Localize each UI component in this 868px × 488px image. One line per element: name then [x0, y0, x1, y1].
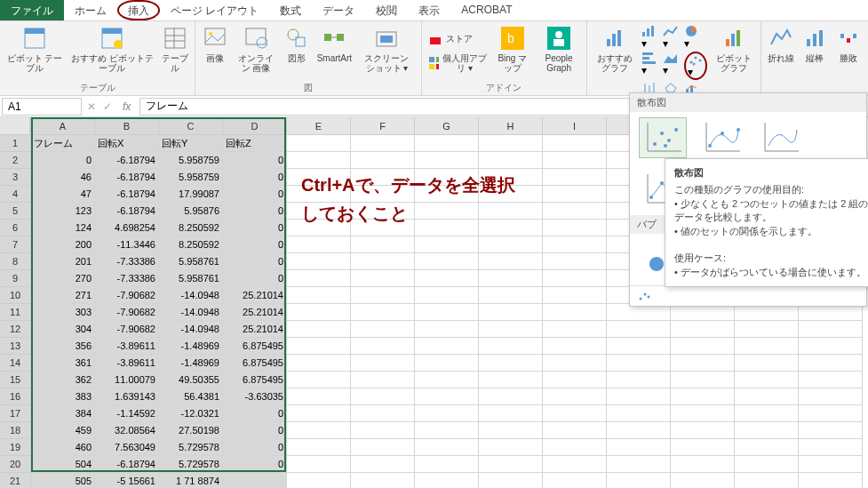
cell[interactable]: [735, 338, 799, 355]
cell[interactable]: 304: [31, 321, 95, 338]
row-header[interactable]: 2: [0, 152, 30, 169]
cell[interactable]: [415, 287, 479, 304]
cell[interactable]: [479, 355, 543, 372]
cell[interactable]: 5.958759: [159, 152, 223, 169]
cell[interactable]: 505: [31, 473, 95, 488]
cell[interactable]: [671, 388, 735, 405]
cell[interactable]: -14.0948: [159, 321, 223, 338]
cell[interactable]: [415, 253, 479, 270]
name-box[interactable]: [2, 98, 82, 116]
cell[interactable]: 200: [31, 236, 95, 253]
chart-area-icon[interactable]: ▾: [663, 52, 679, 80]
cell[interactable]: [799, 355, 863, 372]
cell[interactable]: [543, 405, 607, 422]
fx-cancel-icon[interactable]: ✕: [84, 100, 100, 113]
cell[interactable]: 459: [31, 422, 95, 439]
cell[interactable]: 0: [223, 152, 287, 169]
cell[interactable]: [287, 473, 351, 488]
cell[interactable]: [415, 236, 479, 253]
cell[interactable]: [351, 338, 415, 355]
cell[interactable]: [351, 135, 415, 152]
cell[interactable]: [543, 169, 607, 186]
cell[interactable]: [287, 388, 351, 405]
cell[interactable]: [479, 338, 543, 355]
cell[interactable]: [607, 355, 671, 372]
cell[interactable]: [479, 405, 543, 422]
cell[interactable]: [351, 439, 415, 456]
cell[interactable]: 124: [31, 220, 95, 236]
cell[interactable]: -11.3446: [95, 236, 159, 253]
cell[interactable]: [799, 473, 863, 488]
cell[interactable]: -7.33386: [95, 270, 159, 287]
tab-pagelayout[interactable]: ページ レイアウト: [160, 0, 269, 20]
cell[interactable]: [287, 253, 351, 270]
scatter-smooth-lines-option[interactable]: [756, 117, 804, 158]
btn-image[interactable]: 画像: [199, 23, 231, 81]
cell[interactable]: [799, 405, 863, 422]
cell[interactable]: [287, 456, 351, 473]
cell[interactable]: [479, 456, 543, 473]
cell[interactable]: [479, 372, 543, 388]
cell[interactable]: [607, 439, 671, 456]
tab-formulas[interactable]: 数式: [269, 0, 312, 20]
cell[interactable]: [543, 203, 607, 220]
cell[interactable]: [351, 388, 415, 405]
cell[interactable]: 362: [31, 372, 95, 388]
cell[interactable]: 0: [223, 270, 287, 287]
cell[interactable]: [415, 372, 479, 388]
cell[interactable]: [543, 355, 607, 372]
cell[interactable]: [415, 338, 479, 355]
chart-hbar-icon[interactable]: ▾: [641, 52, 657, 80]
cell[interactable]: [607, 338, 671, 355]
cell[interactable]: -14.0948: [159, 287, 223, 304]
cell[interactable]: [671, 338, 735, 355]
cell[interactable]: [287, 372, 351, 388]
cell[interactable]: [351, 422, 415, 439]
cell[interactable]: [287, 439, 351, 456]
btn-rec-pivottable[interactable]: おすすめ ピボットテーブル: [68, 23, 157, 81]
cell[interactable]: [415, 439, 479, 456]
cell[interactable]: 6.875495: [223, 338, 287, 355]
cell[interactable]: -3.63035: [223, 388, 287, 405]
cell[interactable]: 0: [223, 439, 287, 456]
cell[interactable]: 6.875495: [223, 372, 287, 388]
cell[interactable]: [223, 473, 287, 488]
cell[interactable]: [607, 473, 671, 488]
cell[interactable]: [479, 152, 543, 169]
cell[interactable]: -1.48969: [159, 338, 223, 355]
row-header[interactable]: 8: [0, 253, 30, 270]
cell[interactable]: [671, 422, 735, 439]
row-header[interactable]: 5: [0, 203, 30, 220]
cell[interactable]: [671, 473, 735, 488]
cell[interactable]: 4.698254: [95, 220, 159, 236]
cell[interactable]: [543, 338, 607, 355]
cell[interactable]: [287, 270, 351, 287]
col-header-D[interactable]: D: [223, 117, 287, 135]
cell[interactable]: [543, 270, 607, 287]
cell[interactable]: [607, 388, 671, 405]
tab-insert[interactable]: 挿入: [117, 0, 160, 20]
cell[interactable]: 0: [31, 152, 95, 169]
btn-online-image[interactable]: オンライン 画像: [233, 23, 278, 81]
cell[interactable]: [799, 422, 863, 439]
cell[interactable]: [479, 236, 543, 253]
cell[interactable]: [287, 152, 351, 169]
cell[interactable]: [799, 338, 863, 355]
cell[interactable]: 56.4381: [159, 388, 223, 405]
cell[interactable]: 0: [223, 203, 287, 220]
cell[interactable]: 25.21014: [223, 304, 287, 321]
row-header[interactable]: 6: [0, 220, 30, 236]
col-header-E[interactable]: E: [287, 117, 351, 135]
cell[interactable]: 6.875495: [223, 355, 287, 372]
row-header[interactable]: 12: [0, 321, 30, 338]
cell[interactable]: -7.90682: [95, 304, 159, 321]
select-all-corner[interactable]: [0, 117, 30, 135]
cell[interactable]: [543, 456, 607, 473]
cell[interactable]: [351, 287, 415, 304]
row-header[interactable]: 20: [0, 456, 30, 473]
cell[interactable]: 201: [31, 253, 95, 270]
cell[interactable]: [415, 388, 479, 405]
cell[interactable]: [671, 405, 735, 422]
cell[interactable]: 32.08564: [95, 422, 159, 439]
cell[interactable]: [287, 321, 351, 338]
